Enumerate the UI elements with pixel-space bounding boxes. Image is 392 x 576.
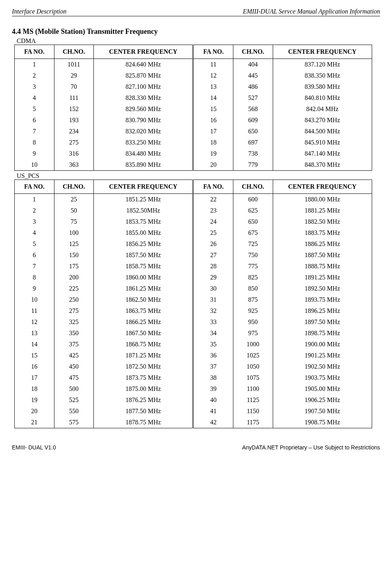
table-row: 4111828.330 MHz14527840.810 MHz	[15, 92, 372, 103]
table-cell: 675	[233, 227, 273, 238]
table-row: 215751878.75 MHz4211751908.75 MHz	[15, 417, 372, 428]
table-cell: 1906.25 MHz	[273, 394, 372, 406]
table-cell: 486	[233, 81, 273, 92]
table-cell: 1867.50 MHz	[94, 328, 193, 339]
table-cell: 475	[54, 372, 94, 383]
table-cell: 842.04 MHz	[273, 103, 372, 115]
column-header: CH.NO.	[54, 45, 94, 59]
table-cell: 1893.75 MHz	[273, 294, 372, 305]
column-header: FA NO.	[15, 45, 54, 59]
table-cell: 845.910 MHz	[273, 137, 372, 148]
table-cell: 175	[54, 261, 94, 272]
table-cell: 15	[193, 103, 233, 115]
table-cell: 450	[54, 361, 94, 372]
table-cell: 193	[54, 115, 94, 126]
table-cell: 550	[54, 406, 94, 417]
table-row: 205501877.50 MHz4111501907.50 MHz	[15, 406, 372, 417]
table-cell: 1886.25 MHz	[273, 238, 372, 250]
table-cell: 847.140 MHz	[273, 148, 372, 159]
table-cell: 828.330 MHz	[94, 92, 193, 103]
table-cell: 825	[233, 272, 273, 283]
table-cell: 275	[54, 137, 94, 148]
footer-left: EMIII- DUAL V1.0	[12, 444, 56, 451]
table-cell: 200	[54, 272, 94, 283]
table-cell: 4	[15, 227, 54, 238]
table-cell: 39	[193, 383, 233, 394]
table-cell: 1900.00 MHz	[273, 339, 372, 350]
header-right: EMIII-DUAL Servce Manual Application Inf…	[243, 8, 380, 15]
table-cell: 5	[15, 238, 54, 250]
table-cell: 775	[233, 261, 273, 272]
table-cell: 829.560 MHz	[94, 103, 193, 115]
table-cell: 833.250 MHz	[94, 137, 193, 148]
table-row: 102501862.50 MHz318751893.75 MHz	[15, 294, 372, 305]
table-label: US_PCS	[17, 172, 380, 180]
table-cell: 1852.50MHz	[94, 205, 193, 216]
table-cell: 1871.25 MHz	[94, 350, 193, 361]
table-cell: 29	[193, 272, 233, 283]
table-cell: 21	[15, 417, 54, 428]
table-cell: 1050	[233, 361, 273, 372]
table-row: 133501867.50 MHz349751898.75 MHz	[15, 328, 372, 339]
table-cell: 1891.25 MHz	[273, 272, 372, 283]
table-cell: 1882.50 MHz	[273, 216, 372, 227]
table-cell: 1876.25 MHz	[94, 394, 193, 406]
table-cell: 10	[15, 159, 54, 171]
header-left: Interface Description	[12, 8, 66, 15]
table-cell: 363	[54, 159, 94, 171]
table-cell: 16	[15, 361, 54, 372]
table-cell: 1887.50 MHz	[273, 250, 372, 261]
table-cell: 838.350 MHz	[273, 70, 372, 81]
table-cell: 825.870 MHz	[94, 70, 193, 81]
table-cell: 1025	[233, 350, 273, 361]
table-row: 112751863.75 MHz329251896.25 MHz	[15, 305, 372, 316]
table-cell: 9	[15, 148, 54, 159]
table-cell: 840.810 MHz	[273, 92, 372, 103]
table-row: 11011824.640 MHz11404837.120 MHz	[15, 59, 372, 70]
table-cell: 837.120 MHz	[273, 59, 372, 70]
table-cell: 316	[54, 148, 94, 159]
table-cell: 1901.25 MHz	[273, 350, 372, 361]
table-cell: 100	[54, 227, 94, 238]
table-cell: 8	[15, 272, 54, 283]
table-cell: 30	[193, 283, 233, 294]
table-cell: 1881.25 MHz	[273, 205, 372, 216]
table-cell: 19	[15, 394, 54, 406]
table-cell: 14	[15, 339, 54, 350]
column-header: CH.NO.	[233, 180, 273, 194]
table-row: 174751873.75 MHz3810751903.75 MHz	[15, 372, 372, 383]
table-cell: 1857.50 MHz	[94, 250, 193, 261]
table-row: 71751858.75 MHz287751888.75 MHz	[15, 261, 372, 272]
table-cell: 13	[15, 328, 54, 339]
table-cell: 1863.75 MHz	[94, 305, 193, 316]
table-cell: 779	[233, 159, 273, 171]
table-cell: 25	[54, 194, 94, 205]
table-cell: 8	[15, 137, 54, 148]
table-cell: 11	[15, 305, 54, 316]
table-cell: 1858.75 MHz	[94, 261, 193, 272]
table-cell: 827.100 MHz	[94, 81, 193, 92]
table-label: CDMA	[17, 37, 380, 45]
page-header: Interface Description EMIII-DUAL Servce …	[12, 8, 380, 16]
table-cell: 1872.50 MHz	[94, 361, 193, 372]
table-cell: 111	[54, 92, 94, 103]
column-header: CH.NO.	[233, 45, 273, 59]
table-cell: 41	[193, 406, 233, 417]
table-cell: 24	[193, 216, 233, 227]
table-cell: 1905.00 MHz	[273, 383, 372, 394]
table-row: 370827.100 MHz13486839.580 MHz	[15, 81, 372, 92]
table-cell: 1907.50 MHz	[273, 406, 372, 417]
table-cell: 875	[233, 294, 273, 305]
table-cell: 1878.75 MHz	[94, 417, 193, 428]
table-cell: 600	[233, 194, 273, 205]
table-cell: 3	[15, 81, 54, 92]
table-cell: 830.790 MHz	[94, 115, 193, 126]
table-cell: 850	[233, 283, 273, 294]
table-cell: 750	[233, 250, 273, 261]
table-cell: 844.500 MHz	[273, 126, 372, 137]
table-cell: 13	[193, 81, 233, 92]
table-cell: 20	[15, 406, 54, 417]
table-cell: 19	[193, 148, 233, 159]
table-cell: 1011	[54, 59, 94, 70]
table-cell: 1898.75 MHz	[273, 328, 372, 339]
